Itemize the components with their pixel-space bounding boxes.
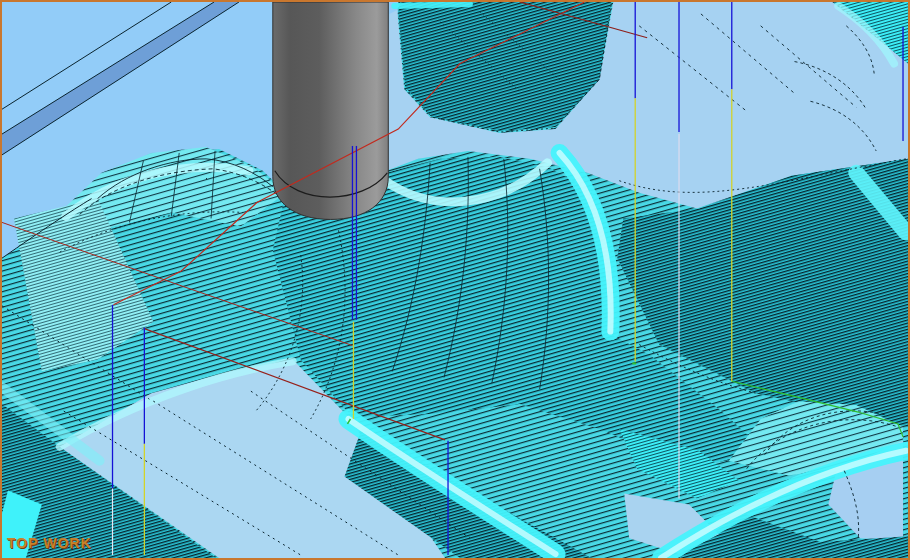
view-orientation-label: TOP WORK [7, 535, 92, 551]
cam-graphics-viewport[interactable]: TOP WORK [0, 0, 910, 560]
cutting-tool [273, 2, 388, 219]
stock-beam-line-2 [2, 2, 214, 134]
surface-regions [2, 2, 908, 558]
stock-beam-line-3 [2, 2, 239, 155]
machining-simulation-canvas[interactable] [2, 2, 908, 558]
hl-top-edge [394, 4, 470, 6]
